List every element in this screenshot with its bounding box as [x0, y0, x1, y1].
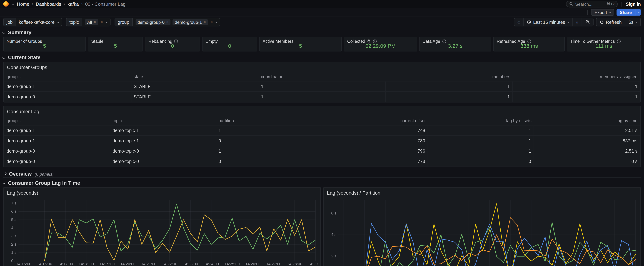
clear-icon[interactable]: × [210, 20, 213, 24]
section-overview-count: (6 panels) [34, 171, 54, 176]
info-icon[interactable]: i [442, 39, 446, 43]
chart-canvas[interactable]: 14:15:0014:16:0014:17:0014:18:0014:19:00… [6, 197, 318, 266]
x-tick-label: 14:17:00 [58, 262, 73, 266]
remove-chip-icon[interactable]: × [166, 20, 168, 24]
y-tick-label: 3 s [11, 234, 16, 238]
column-header[interactable]: coordinator [258, 72, 386, 81]
breadcrumb-item[interactable]: Home [17, 2, 30, 7]
table-row: demo-group-0STABLE111 [4, 91, 640, 102]
chart-canvas[interactable]: 14:15:0014:16:0014:17:0014:18:0014:19:00… [326, 197, 638, 266]
x-tick-label: 14:28:00 [287, 262, 302, 266]
breadcrumb-item[interactable]: Dashboards [36, 2, 61, 7]
section-lag-in-time[interactable]: Consumer Group Lag In Time [3, 180, 641, 186]
y-tick-label: 6 s [11, 209, 16, 214]
column-header[interactable]: current offset [322, 116, 428, 125]
column-header[interactable]: group ↓ [4, 72, 131, 81]
column-header[interactable]: group ↓ [4, 116, 110, 125]
zoom-out-button[interactable] [582, 18, 593, 26]
column-header[interactable]: members_assigned [513, 72, 640, 81]
var-job-select[interactable]: koffset-kafka-core [16, 20, 62, 25]
stat-panel: Stable5 [88, 37, 143, 52]
section-overview[interactable]: Overview (6 panels) [3, 170, 641, 178]
time-back-button[interactable]: « [514, 18, 524, 26]
stat-panel: Active Members5 [259, 37, 342, 52]
grafana-logo-icon[interactable] [3, 1, 8, 7]
clear-icon[interactable]: × [100, 20, 103, 24]
section-summary-label: Summary [8, 30, 32, 35]
share-button[interactable]: Share [616, 9, 635, 15]
var-group-select[interactable]: demo-group-0×demo-group-1× × [132, 19, 220, 25]
share-menu-button[interactable] [635, 9, 641, 15]
column-header[interactable]: members [386, 72, 513, 81]
table-row: demo-group-1demo-topic-1174812.51 s [4, 125, 640, 136]
lag-seconds-panel: Lag (seconds) 14:15:0014:16:0014:17:0014… [3, 187, 321, 266]
var-topic-select[interactable]: All× × [82, 19, 110, 25]
panel-title[interactable]: Lag (seconds) [6, 189, 318, 197]
logo-chevron-icon[interactable] [12, 3, 14, 5]
time-range-picker[interactable]: Last 15 minutes [524, 18, 572, 26]
var-topic-label: topic [66, 18, 82, 26]
section-current-state[interactable]: Current State [3, 54, 641, 61]
table-cell: 1 [428, 136, 534, 146]
table-cell: demo-group-0 [4, 146, 110, 156]
filter-chip-label: demo-group-0 [138, 20, 165, 25]
info-icon[interactable]: i [527, 39, 531, 43]
breadcrumb-item[interactable]: kafka [68, 2, 79, 7]
search-input[interactable]: Search... ⌘+k [566, 1, 618, 7]
chevron-down-icon [636, 21, 638, 23]
column-header[interactable]: state [131, 72, 258, 81]
export-button[interactable]: Export [591, 9, 614, 15]
stat-panel: Number of Groups5 [3, 37, 86, 52]
info-icon[interactable]: i [174, 39, 178, 43]
panel-title[interactable]: Consumer Lag [4, 106, 640, 116]
chevron-right-icon [4, 172, 6, 175]
filter-chip[interactable]: demo-group-0× [135, 19, 170, 25]
breadcrumb-item: 00 - Consumer Lag [85, 2, 126, 7]
toolbar-divider [588, 10, 588, 15]
sign-in-button[interactable]: Sign in [626, 2, 641, 7]
section-overview-label: Overview [9, 171, 32, 177]
lag-seconds-partition-plot[interactable]: 14:15:0014:16:0014:17:0014:18:0014:19:00… [326, 197, 638, 266]
chevron-down-icon [609, 11, 611, 13]
stat-value: 5 [260, 43, 342, 49]
var-job-label: job [4, 18, 16, 26]
section-current-state-label: Current State [8, 55, 40, 60]
nav-right: Search... ⌘+k Sign in [566, 1, 641, 7]
y-tick-label: 1 s [11, 250, 16, 255]
column-header[interactable]: topic [110, 116, 216, 125]
filter-chip[interactable]: All× [85, 19, 98, 25]
column-header[interactable]: lag by time [534, 116, 640, 125]
table-cell: 796 [322, 146, 428, 156]
table-cell: demo-group-0 [4, 92, 131, 102]
table-cell: demo-group-0 [4, 156, 110, 166]
x-tick-label: 14:19:00 [100, 262, 115, 266]
var-group-chips: demo-group-0×demo-group-1× [135, 19, 208, 25]
panel-title[interactable]: Lag (seconds) / Partition [326, 189, 638, 197]
y-tick-label: 2 s [11, 242, 16, 246]
table-cell: demo-group-1 [4, 125, 110, 136]
panel-title[interactable]: Consumer Groups [4, 62, 640, 72]
x-tick-label: 14:18:00 [78, 262, 94, 266]
dashboard-toolbar: Export Share [0, 8, 644, 17]
table-cell: 1 [258, 81, 386, 91]
refresh-button[interactable]: Refresh [596, 18, 625, 26]
table-cell: demo-group-1 [4, 136, 110, 146]
remove-chip-icon[interactable]: × [94, 20, 96, 24]
x-tick-label: 14:21:00 [141, 262, 156, 266]
y-tick-label: 5 s [11, 217, 16, 222]
section-summary[interactable]: Summary [3, 29, 641, 36]
lag-seconds-plot[interactable]: 14:15:0014:16:0014:17:0014:18:0014:19:00… [6, 197, 318, 266]
time-forward-button[interactable]: » [572, 18, 582, 26]
table-cell: demo-topic-0 [110, 146, 216, 156]
filter-chip[interactable]: demo-group-1× [173, 19, 208, 25]
info-icon[interactable]: i [373, 39, 377, 43]
y-tick-label: 6 s [331, 211, 336, 215]
table-cell: 1 [258, 92, 386, 102]
refresh-interval-picker[interactable]: 5s [625, 18, 640, 26]
column-header[interactable]: partition [216, 116, 322, 125]
remove-chip-icon[interactable]: × [204, 20, 206, 24]
table-cell: demo-topic-1 [110, 136, 216, 146]
info-icon[interactable]: i [617, 39, 620, 43]
column-header[interactable]: lag by offsets [428, 116, 534, 125]
table-cell: 773 [322, 156, 428, 166]
